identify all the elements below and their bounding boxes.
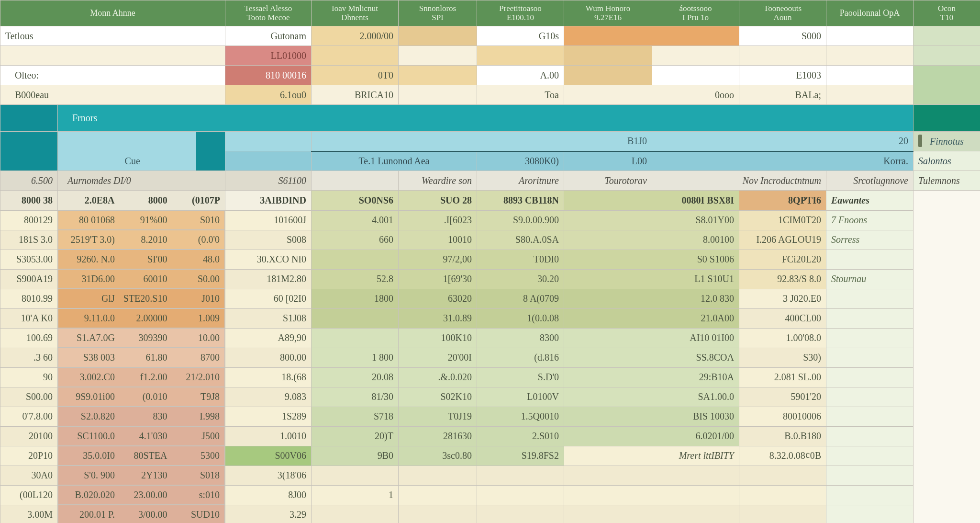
column-header-row: Monn Ahnne Tessael AlessoTooto Mecoe Ioa… bbox=[0, 0, 980, 26]
data-row[interactable]: 20P1035.0.0I080STEA5300S00V069B03sc0.80S… bbox=[0, 446, 980, 466]
summary-row-1[interactable]: Tetlous Gutonam 2.000/00 G10s S000 bbox=[0, 26, 980, 46]
header-c4: SnnonlorosSPI bbox=[399, 0, 477, 26]
summary-row-3[interactable]: Olteo: 810 00016 0T0 A.00 E1003 bbox=[0, 66, 980, 85]
data-row[interactable]: 10'A K09.11.0.02.000001.009S1J0831.0.891… bbox=[0, 308, 980, 328]
section-band: Frnors bbox=[0, 105, 980, 132]
header-c10: OconT10 bbox=[913, 0, 980, 26]
spreadsheet[interactable]: Monn Ahnne Tessael AlessoTooto Mecoe Ioa… bbox=[0, 0, 980, 523]
data-row[interactable]: 181S 3.02519'T 3.0)8.2010(0.0'0S00866010… bbox=[0, 230, 980, 250]
data-row[interactable]: 30A0S'0. 9002Y130S0183(18'06 bbox=[0, 466, 980, 485]
summary-row-2[interactable]: LL01000 bbox=[0, 46, 980, 66]
scrollbar-thumb[interactable]: Finnotus bbox=[913, 132, 980, 151]
summary-row-4[interactable]: B000eau 6.1ou0 BRICA10 Toa 0ooo BALa; bbox=[0, 85, 980, 105]
data-row[interactable]: 0'7.8.00S2.0.820830I.9981S289S718T0J191.… bbox=[0, 407, 980, 426]
data-row[interactable]: 8010.99GlJSTE20.S10J01060 [02I0180063020… bbox=[0, 289, 980, 308]
data-row[interactable]: 80012980 0106891%00S010101600J4.001.I[60… bbox=[0, 210, 980, 230]
data-row[interactable]: 20100SC1100.04.1'030J5001.001020)T281630… bbox=[0, 426, 980, 446]
data-row[interactable]: S00.009S9.01i00(0.010T9J89.08381/30S02K1… bbox=[0, 387, 980, 407]
data-row[interactable]: S3053.009260. N.0SI'0048.030.XCO NI097/2… bbox=[0, 250, 980, 269]
section-sub-1: Cue B1J0 20 Finnotus bbox=[0, 132, 980, 151]
data-row[interactable]: 3.00M200.01 P.3/00.00SUD103.29 bbox=[0, 505, 980, 523]
header-c8: TooneooutsAoun bbox=[739, 0, 826, 26]
category-row[interactable]: 8000 38 2.0E8A 8000 (0107P 3AIBDIND SO0N… bbox=[0, 191, 980, 211]
data-row[interactable]: 903.002.C0f1.2.0021/2.01018.(6820.08.&.0… bbox=[0, 367, 980, 387]
header-name: Monn Ahnne bbox=[0, 0, 225, 26]
data-row[interactable]: S900A1931D6.0060010S0.00181M2.8052.81[69… bbox=[0, 269, 980, 289]
header-c2: Tessael AlessoTooto Mecoe bbox=[225, 0, 312, 26]
data-row[interactable]: .3 60S38 00361.808700800.001 80020'00I(d… bbox=[0, 348, 980, 367]
data-row[interactable]: (00L120B.020.02023.00.00s:0108J001 bbox=[0, 485, 980, 505]
header-c6: Wum Honoro9.27E16 bbox=[564, 0, 652, 26]
header-c5: PreetittoasooE100.10 bbox=[477, 0, 564, 26]
header-c9: Paooilonnal OpA bbox=[826, 0, 913, 26]
subheader-row: 6.500 Aurnomdes DI/0 S61100 Weardire son… bbox=[0, 171, 980, 191]
data-row[interactable]: 100.69S1.A7.0G30939010.00A89,90100K10830… bbox=[0, 328, 980, 348]
header-c3: Ioav MnlicnutDhnents bbox=[312, 0, 399, 26]
header-c7: áootssoooI Pru 1o bbox=[652, 0, 739, 26]
